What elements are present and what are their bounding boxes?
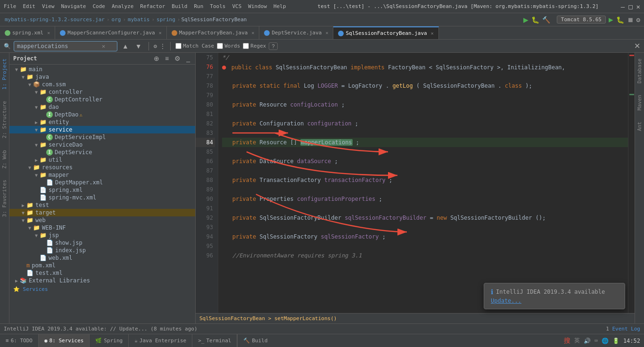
tree-item-web[interactable]: ▼ 📁 web <box>9 216 195 224</box>
tab-spring-xml[interactable]: spring.xml ✕ <box>0 26 55 39</box>
tab-close-mapper-scanner[interactable]: ✕ <box>159 30 162 35</box>
favorites-panel-icon[interactable]: 3: Favorites <box>0 176 8 221</box>
search-prev-button[interactable]: ▲ <box>120 42 131 50</box>
code-line-87[interactable] <box>222 166 628 175</box>
menu-navigate[interactable]: Navigate <box>61 3 86 9</box>
tab-mapper-factory[interactable]: MapperFactoryBean.java ✕ <box>167 26 260 39</box>
code-lines[interactable]: */ ● public class SqlSessionFactoryBean … <box>218 53 628 313</box>
close-search-button[interactable]: ✕ <box>634 41 640 50</box>
menu-build[interactable]: Build <box>172 3 187 9</box>
speaker-icon[interactable]: 🔊 <box>584 338 591 344</box>
regex-checkbox[interactable]: Regex <box>243 43 266 49</box>
code-line-93[interactable] <box>222 223 628 232</box>
tree-item-pom-xml[interactable]: m pom.xml <box>9 262 195 269</box>
tree-item-resources[interactable]: ▼ 📁 resources <box>9 164 195 171</box>
menu-help[interactable]: Help <box>273 3 286 9</box>
database-panel-icon[interactable]: Database <box>636 55 644 87</box>
tab-sqlsession-factory[interactable]: SqlSessionFactoryBean.java ✕ <box>333 26 438 39</box>
project-panel-icon[interactable]: 1: Project <box>0 55 8 93</box>
build-project-icon[interactable]: 🔨 <box>542 16 550 24</box>
tree-item-main[interactable]: ▼ 📁 main <box>9 66 195 73</box>
tree-item-dept-service[interactable]: I DeptService <box>9 149 195 156</box>
tree-item-com-ssm[interactable]: ▼ 📦 com.ssm <box>9 81 195 88</box>
settings-icon[interactable]: ⚙ <box>636 16 640 24</box>
tree-item-dept-controller[interactable]: C DeptController <box>9 96 195 103</box>
tree-item-spring-mvc-xml[interactable]: 📄 spring-mvc.xml <box>9 194 195 201</box>
menu-tools[interactable]: Tools <box>210 3 225 9</box>
search-clear-icon[interactable]: ✕ <box>102 43 105 50</box>
code-line-88[interactable]: private TransactionFactory transactionFa… <box>222 175 628 185</box>
tab-close-dept-service[interactable]: ✕ <box>325 30 328 35</box>
maven-panel-icon[interactable]: Maven <box>636 91 644 114</box>
window-controls[interactable]: — □ ✕ <box>621 3 640 10</box>
code-line-86[interactable]: private DataSource dataSource ; <box>222 157 628 166</box>
code-line-82[interactable]: private Configuration configuration ; <box>222 119 628 128</box>
tree-item-test-xml[interactable]: 📄 test.xml <box>9 269 195 277</box>
sougou-icon[interactable]: 搜 <box>564 337 570 345</box>
java-enterprise-tab[interactable]: ☕ Java Enterprise <box>129 334 192 347</box>
tree-item-java[interactable]: ▼ 📁 java <box>9 73 195 81</box>
menu-analyze[interactable]: Analyze <box>112 3 133 9</box>
bc-org[interactable]: org <box>112 17 121 23</box>
chinese-icon[interactable]: 英 <box>574 337 580 345</box>
tree-item-entity[interactable]: ▶ 📁 entity <box>9 118 195 126</box>
spring-tab[interactable]: 🌿 Spring <box>90 334 129 347</box>
code-line-78[interactable]: private static final Log LOGGER = LogFac… <box>222 81 628 91</box>
bc-mybatis[interactable]: mybatis <box>128 17 149 23</box>
battery-icon[interactable]: 🔋 <box>612 338 619 344</box>
tree-item-show-jsp[interactable]: 📄 show.jsp <box>9 239 195 247</box>
sidebar-layout-button[interactable]: ≡ <box>164 55 170 62</box>
bc-spring[interactable]: spring <box>157 17 175 23</box>
event-log-button[interactable]: 1 Event Log <box>606 326 640 332</box>
minimize-button[interactable]: — <box>621 3 625 10</box>
code-line-84[interactable]: private Resource [] mapperLocations ; <box>222 138 628 147</box>
sidebar-add-button[interactable]: ⊕ <box>152 55 161 62</box>
code-line-79[interactable] <box>222 91 628 100</box>
match-case-checkbox[interactable]: Match Case <box>175 43 214 49</box>
run-icon[interactable]: ▶ <box>523 15 528 25</box>
code-line-96[interactable]: //EnvironmentAware requires spring 3.1 <box>222 251 628 260</box>
maximize-button[interactable]: □ <box>628 3 632 10</box>
code-line-75[interactable]: */ <box>222 53 628 62</box>
tree-item-external-libraries[interactable]: ▶ 📚 External Libraries <box>9 277 195 284</box>
code-line-81[interactable] <box>222 109 628 119</box>
code-line-94[interactable]: private SqlSessionFactory sqlSessionFact… <box>222 232 628 241</box>
bc-jar[interactable]: mybatis-spring-1.3.2-sources.jar <box>5 17 105 23</box>
tab-close-spring-xml[interactable]: ✕ <box>47 30 50 35</box>
tree-item-spring-xml[interactable]: 📄 spring.xml <box>9 186 195 194</box>
tree-item-jsp[interactable]: ▼ 📁 jsp <box>9 231 195 239</box>
web-panel-icon[interactable]: Z: Web <box>0 146 8 173</box>
code-line-76[interactable]: ● public class SqlSessionFactoryBean imp… <box>222 62 628 72</box>
tree-item-dept-dao[interactable]: I DeptDao ⚠ <box>9 111 195 118</box>
tab-close-mapper-factory[interactable]: ✕ <box>251 30 254 35</box>
menu-edit[interactable]: Edit <box>23 3 36 9</box>
menu-bar[interactable]: File Edit View Navigate Code Analyze Ref… <box>4 3 286 9</box>
tree-item-mapper[interactable]: ▼ 📁 mapper <box>9 171 195 179</box>
tree-item-service[interactable]: ▼ 📁 service <box>9 126 195 133</box>
search-next-button[interactable]: ▼ <box>133 42 144 50</box>
close-button[interactable]: ✕ <box>636 3 640 10</box>
tree-item-dept-service-impl[interactable]: C DeptServiceImpl <box>9 133 195 141</box>
tree-item-webinf[interactable]: ▼ 📁 WEB-INF <box>9 224 195 231</box>
keyboard-icon[interactable]: ⌨ <box>594 338 598 344</box>
services-tab[interactable]: ◉ 8: Services <box>39 334 90 347</box>
tab-close-sqlsession-factory[interactable]: ✕ <box>431 31 434 36</box>
code-line-83[interactable] <box>222 128 628 138</box>
code-line-80[interactable]: private Resource configLocation ; <box>222 100 628 109</box>
debug-icon[interactable]: 🐛 <box>531 16 539 24</box>
services-item[interactable]: ⭐ Services <box>9 284 195 294</box>
tree-item-target[interactable]: ▼ 📁 target <box>9 209 195 216</box>
menu-view[interactable]: View <box>42 3 55 9</box>
code-line-91[interactable] <box>222 204 628 213</box>
tree-item-web-xml[interactable]: 📄 web.xml <box>9 254 195 262</box>
search-input[interactable] <box>17 43 102 50</box>
code-line-95[interactable] <box>222 241 628 251</box>
run-tomcat-icon[interactable]: ▶ <box>609 15 613 24</box>
update-link[interactable]: Update... <box>491 297 521 304</box>
tab-dept-service[interactable]: DeptService.java ✕ <box>259 26 333 39</box>
sidebar-settings-button[interactable]: ⚙ <box>173 55 182 62</box>
search-more-icon[interactable]: ⋮ <box>160 43 165 50</box>
tree-item-dao[interactable]: ▼ 📁 dao <box>9 103 195 111</box>
code-line-90[interactable]: private Properties configurationProperti… <box>222 194 628 204</box>
code-line-85[interactable] <box>222 147 628 157</box>
